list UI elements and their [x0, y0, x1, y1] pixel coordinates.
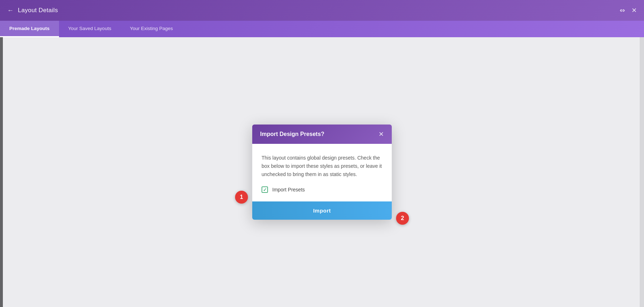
tab-premade-layouts[interactable]: Premade Layouts [0, 21, 59, 37]
step-badge-1: 1 [235, 191, 248, 204]
back-button[interactable]: ← [7, 7, 14, 14]
modal-close-button[interactable]: ✕ [379, 131, 384, 137]
modal-body: This layout contains global design prese… [252, 144, 392, 201]
import-presets-checkbox[interactable] [262, 186, 268, 193]
resize-icon[interactable]: ⇔ [620, 6, 625, 14]
close-icon[interactable]: ✕ [631, 6, 637, 14]
modal-overlay: 1 2 Import Design Presets? ✕ This layout [0, 37, 644, 307]
modal-description: This layout contains global design prese… [262, 154, 382, 179]
import-presets-label: Import Presets [272, 187, 305, 193]
tab-existing-pages[interactable]: Your Existing Pages [121, 21, 182, 37]
modal-wrapper: 1 2 Import Design Presets? ✕ This layout [252, 125, 392, 220]
page-title: Layout Details [18, 7, 58, 14]
modal-title: Import Design Presets? [260, 131, 325, 137]
step-badge-2: 2 [396, 212, 409, 225]
tab-bar: Premade Layouts Your Saved Layouts Your … [0, 21, 644, 37]
title-bar: ← Layout Details ⇔ ✕ [0, 0, 644, 21]
title-bar-actions: ⇔ ✕ [620, 6, 637, 14]
tab-saved-layouts[interactable]: Your Saved Layouts [59, 21, 121, 37]
app-container: ← Layout Details ⇔ ✕ Premade Layouts You… [0, 0, 644, 307]
main-content: 1 2 Import Design Presets? ✕ This layout [0, 37, 644, 307]
import-button[interactable]: Import [252, 201, 392, 220]
import-presets-checkbox-row: Import Presets [262, 186, 382, 193]
import-presets-modal: Import Design Presets? ✕ This layout con… [252, 125, 392, 220]
modal-footer: Import [252, 201, 392, 220]
modal-header: Import Design Presets? ✕ [252, 125, 392, 144]
